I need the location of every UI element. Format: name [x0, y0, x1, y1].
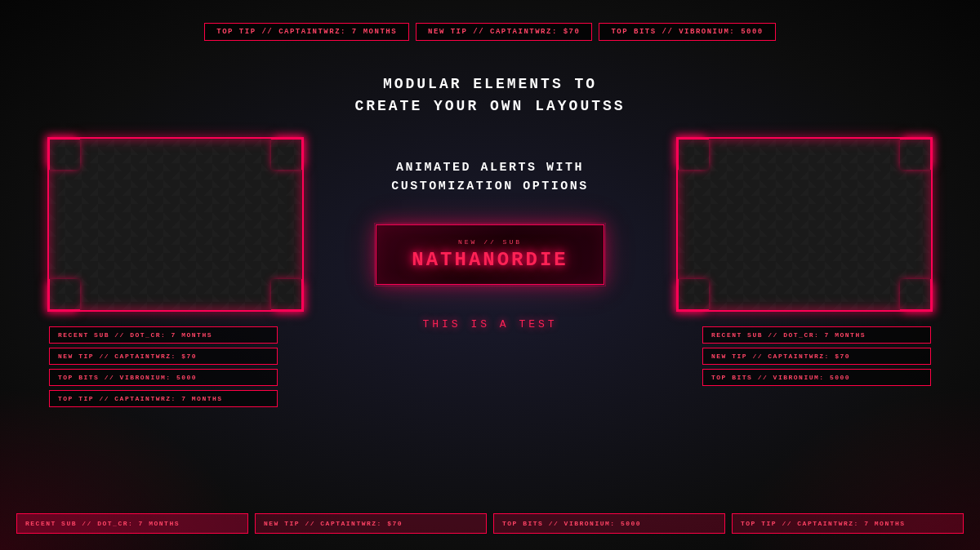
bottom-pill-2: TOP BITS // VIBRONIUM: 5000: [493, 513, 725, 534]
left-panel: [49, 139, 302, 310]
left-stat-0: RECENT SUB // DOT_CR: 7 MONTHS: [49, 326, 278, 344]
side-right-line: [302, 170, 304, 279]
side-bottom-line: [80, 310, 271, 312]
right-stat-0: RECENT SUB // DOT_CR: 7 MONTHS: [702, 326, 931, 344]
right-stat-list: RECENT SUB // DOT_CR: 7 MONTHS NEW TIP /…: [702, 326, 931, 386]
test-text: THIS IS A TEST: [422, 318, 557, 330]
bottom-pill-1: NEW TIP // CAPTAINTWRZ: $70: [255, 513, 487, 534]
alert-sub-label: NEW // SUB: [393, 238, 587, 246]
bottom-pill-0: RECENT SUB // DOT_CR: 7 MONTHS: [16, 513, 248, 534]
left-stat-list: RECENT SUB // DOT_CR: 7 MONTHS NEW TIP /…: [49, 326, 278, 407]
alert-name: NATHANORDIE: [393, 249, 587, 271]
right-stat-2: TOP BITS // VIBRONIUM: 5000: [702, 369, 931, 386]
left-stat-3: TOP TIP // CAPTAINTWRZ: 7 MONTHS: [49, 390, 278, 407]
alert-box: NEW // SUB NATHANORDIE: [376, 224, 604, 285]
left-stat-2: TOP BITS // VIBRONIUM: 5000: [49, 369, 278, 386]
right-stat-1: NEW TIP // CAPTAINTWRZ: $70: [702, 348, 931, 365]
center-alert-widget: NEW // SUB NATHANORDIE: [376, 224, 604, 285]
top-bits-alert: TOP BITS // VIBRONIUM: 5000: [599, 23, 775, 41]
bottom-pill-3: TOP TIP // CAPTAINTWRZ: 7 MONTHS: [732, 513, 964, 534]
sub-title: ANIMATED ALERTS WITH CUSTOMIZATION OPTIO…: [391, 159, 589, 196]
left-stat-1: NEW TIP // CAPTAINTWRZ: $70: [49, 348, 278, 365]
top-tip-alert: TOP TIP // CAPTAINTWRZ: 7 MONTHS: [204, 23, 409, 41]
bottom-bar: RECENT SUB // DOT_CR: 7 MONTHS NEW TIP /…: [16, 513, 964, 534]
new-tip-alert: NEW TIP // CAPTAINTWRZ: $70: [416, 23, 592, 41]
top-alerts-bar: TOP TIP // CAPTAINTWRZ: 7 MONTHS NEW TIP…: [180, 23, 800, 41]
right-side-right: [931, 170, 933, 279]
main-title: MODULAR ELEMENTS TO CREATE YOUR OWN LAYO…: [354, 73, 625, 118]
right-panel: [678, 139, 931, 310]
right-side-bottom: [709, 310, 900, 312]
